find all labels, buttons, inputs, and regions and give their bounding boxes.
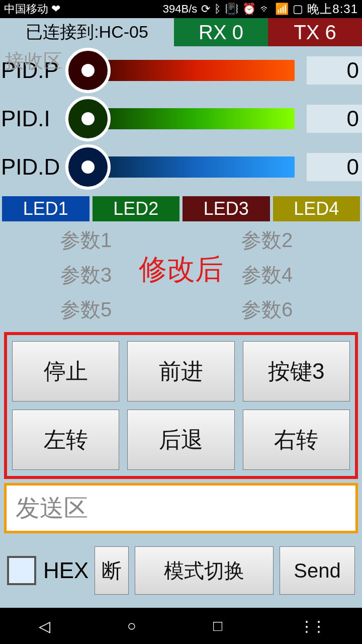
back-nav-icon[interactable]: ◁ [39, 617, 50, 635]
rx-counter: RX 0 [174, 18, 268, 46]
mode-switch-button[interactable]: 模式切换 [135, 546, 274, 595]
back-button[interactable]: 后退 [127, 410, 234, 470]
param6-label: 参数6 [241, 296, 293, 324]
disconnect-button[interactable]: 断 [95, 546, 129, 595]
forward-button[interactable]: 前进 [127, 341, 234, 401]
led3-button[interactable]: LED3 [183, 196, 270, 221]
sync-icon: ⟳ [201, 3, 210, 16]
carrier-label: 中国移动 [4, 2, 48, 17]
bluetooth-icon: ᛒ [214, 3, 221, 16]
pid-d-value: 0 [307, 153, 362, 181]
android-nav-bar: ◁ ○ □ ⋮⋮ [0, 608, 362, 644]
pid-i-value: 0 [307, 105, 362, 133]
send-input[interactable]: 发送区 [4, 483, 358, 533]
more-nav-icon[interactable]: ⋮⋮ [299, 617, 323, 635]
hex-label: HEX [43, 558, 88, 583]
pid-i-slider[interactable] [75, 108, 301, 129]
vibrate-icon: 📳 [225, 3, 238, 16]
connection-status: 已连接到:HC-05 [0, 18, 174, 46]
pid-d-label: PID.D [0, 154, 75, 180]
pid-d-thumb[interactable] [65, 144, 111, 190]
annotation-text: 修改后 [139, 251, 223, 289]
pid-p-value: 0 [307, 56, 362, 85]
param1-label: 参数1 [60, 226, 112, 254]
heart-icon: ❤ [51, 3, 60, 16]
pid-p-slider[interactable] [75, 60, 301, 81]
send-button[interactable]: Send [280, 546, 355, 595]
param4-label: 参数4 [241, 261, 293, 289]
pid-i-thumb[interactable] [65, 96, 111, 141]
led4-button[interactable]: LED4 [273, 196, 360, 221]
stop-button[interactable]: 停止 [12, 341, 119, 401]
direction-button-grid: 停止 前进 按键3 左转 后退 右转 [4, 332, 358, 479]
wifi-icon: ᯤ [260, 3, 271, 16]
tx-counter: TX 6 [268, 18, 362, 46]
right-button[interactable]: 右转 [243, 410, 350, 470]
recents-nav-icon[interactable]: □ [213, 617, 222, 634]
pid-i-label: PID.I [0, 106, 75, 131]
home-nav-icon[interactable]: ○ [127, 617, 136, 634]
led2-button[interactable]: LED2 [93, 196, 180, 221]
key3-button[interactable]: 按键3 [243, 341, 350, 401]
receive-area-label: 接收区 [5, 48, 62, 74]
param2-label: 参数2 [241, 226, 293, 254]
hex-checkbox[interactable] [7, 556, 36, 585]
clock: 晚上8:31 [307, 1, 358, 17]
param5-label: 参数5 [60, 296, 112, 324]
network-speed: 394B/s [163, 3, 198, 16]
signal-icon: 📶 [275, 3, 289, 16]
status-bar: 中国移动 ❤ 394B/s ⟳ ᛒ 📳 ⏰ ᯤ 📶 ▢ 晚上8:31 [0, 0, 362, 18]
pid-d-slider[interactable] [75, 156, 301, 178]
battery-icon: ▢ [293, 3, 303, 16]
alarm-icon: ⏰ [242, 3, 256, 16]
pid-p-thumb[interactable] [65, 48, 111, 93]
led1-button[interactable]: LED1 [2, 196, 89, 221]
param3-label: 参数3 [60, 261, 112, 289]
left-button[interactable]: 左转 [12, 410, 119, 470]
